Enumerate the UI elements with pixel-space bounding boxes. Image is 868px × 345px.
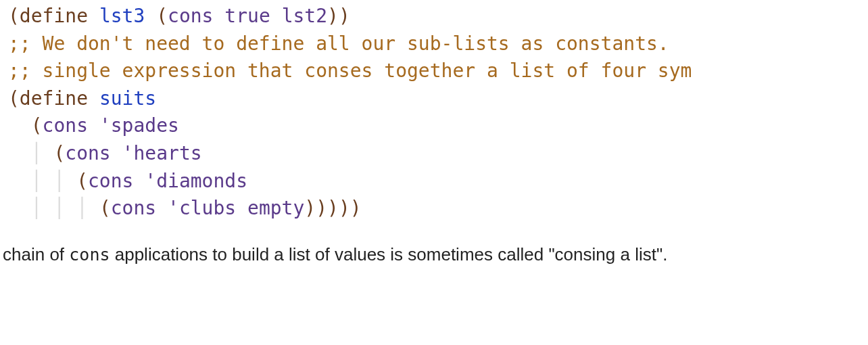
code-block: (define lst3 (cons true lst2)) ;; We don…	[0, 0, 868, 223]
symbol-clubs: 'clubs	[168, 197, 236, 219]
paren-close: ))	[327, 5, 350, 27]
paren-open: (	[156, 5, 168, 27]
symbol-diamonds: 'diamonds	[145, 170, 247, 192]
def-name-suits: suits	[99, 87, 156, 110]
indent-guide: │	[31, 142, 54, 164]
ident-cons: cons	[43, 114, 88, 137]
ident-cons: cons	[111, 197, 156, 219]
paren-open: (	[31, 114, 43, 137]
ident-lst2: lst2	[282, 5, 327, 27]
def-name-lst3: lst3	[99, 5, 145, 27]
ident-cons: cons	[65, 142, 110, 164]
code-line-4: (define suits	[8, 87, 156, 110]
paren-open: (	[8, 5, 20, 27]
paren-open: (	[76, 170, 88, 192]
comment-line-2: ;; We don't need to define all our sub-l…	[8, 32, 669, 55]
paren-open: (	[8, 87, 20, 110]
comment-line-3: ;; single expression that conses togethe…	[8, 60, 692, 82]
paren-open: (	[99, 197, 111, 219]
code-line-8: │ │ │ (cons 'clubs empty)))))	[8, 197, 362, 219]
prose-paragraph: chain of cons applications to build a li…	[0, 223, 868, 268]
code-line-6: │ (cons 'hearts	[8, 142, 202, 164]
paren-open: (	[53, 142, 65, 164]
code-line-1: (define lst3 (cons true lst2))	[8, 5, 350, 27]
code-line-7: │ │ (cons 'diamonds	[8, 170, 247, 192]
ident-empty: empty	[247, 197, 304, 219]
prose-text: applications to build a list of values i…	[110, 244, 668, 264]
keyword-define: define	[20, 5, 88, 27]
indent-guide: │ │ │	[31, 197, 99, 219]
keyword-define: define	[20, 87, 88, 110]
ident-true: true	[224, 5, 270, 27]
prose-text: chain of	[3, 244, 69, 264]
symbol-spades: 'spades	[99, 114, 179, 137]
symbol-hearts: 'hearts	[122, 142, 202, 164]
paren-close: )))))	[304, 197, 361, 219]
inline-code-cons: cons	[69, 245, 110, 264]
code-line-5: (cons 'spades	[8, 114, 179, 137]
indent-guide: │ │	[31, 170, 76, 192]
ident-cons: cons	[168, 5, 213, 27]
ident-cons: cons	[88, 170, 133, 192]
